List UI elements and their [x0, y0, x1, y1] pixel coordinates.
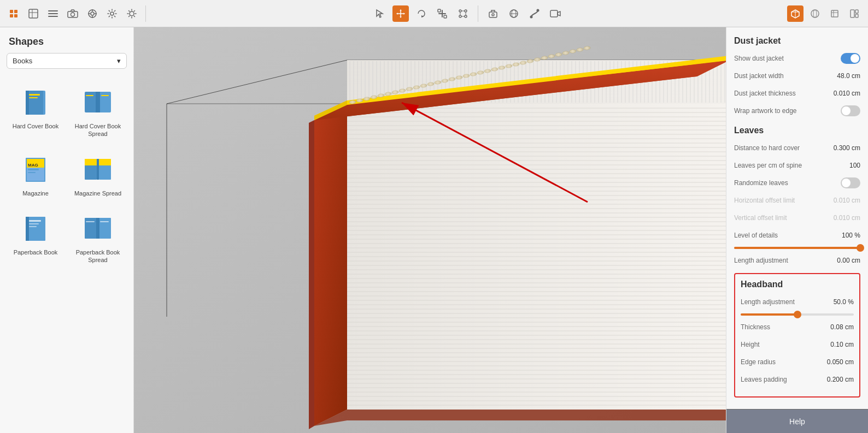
magazine-label: Magazine [22, 189, 49, 197]
shapes-title: Shapes [0, 27, 133, 53]
level-details-value: 100 % [833, 232, 860, 239]
magazine-icon: MAG [18, 151, 53, 186]
rotate-tool[interactable] [413, 5, 430, 22]
distance-cover-label: Distance to hard cover [734, 144, 833, 152]
main-content: Shapes Books ▾ Hard Cover Book [0, 27, 868, 433]
magazine-spread-icon [80, 151, 115, 186]
canvas-svg [134, 27, 726, 433]
svg-line-25 [134, 16, 135, 17]
magazine-item[interactable]: MAG Magazine [7, 147, 64, 201]
headband-length-row: Length adjustment 50.0 % [741, 296, 854, 308]
grid-icon[interactable] [25, 5, 42, 22]
svg-rect-54 [831, 10, 838, 17]
hard-cover-book-spread-label: Hard Cover Book Spread [71, 122, 125, 138]
headband-section: Headband Length adjustment 50.0 % Thickn… [734, 273, 860, 398]
canvas-area[interactable] [134, 27, 726, 433]
svg-rect-32 [438, 9, 441, 12]
svg-point-18 [110, 12, 114, 15]
center-tools [151, 5, 784, 22]
scale-tool[interactable] [434, 5, 450, 22]
insert-tool[interactable] [485, 5, 501, 22]
svg-rect-84 [29, 223, 39, 224]
svg-rect-79 [85, 159, 97, 165]
svg-point-53 [813, 10, 817, 17]
dust-jacket-thickness-row: Dust jacket thickness 0.010 cm [734, 87, 860, 99]
camera-icon[interactable] [64, 5, 81, 22]
svg-point-13 [91, 12, 94, 15]
paint-tool[interactable] [526, 5, 543, 22]
svg-rect-88 [96, 218, 99, 239]
svg-marker-268 [314, 104, 347, 426]
headband-height-label: Height [741, 341, 826, 348]
level-details-slider[interactable] [734, 247, 860, 249]
level-details-row: Level of details 100 % [734, 229, 860, 241]
sun-icon[interactable] [124, 5, 140, 22]
target-icon[interactable] [84, 5, 101, 22]
paperback-book-icon [18, 210, 53, 245]
svg-rect-4 [29, 9, 38, 18]
show-dust-jacket-toggle[interactable] [841, 53, 860, 64]
magazine-spread-item[interactable]: Magazine Spread [69, 147, 127, 201]
svg-rect-74 [28, 172, 36, 173]
svg-rect-73 [28, 169, 39, 170]
dust-jacket-title: Dust jacket [734, 36, 860, 46]
svg-rect-67 [96, 92, 100, 112]
cube-icon[interactable] [787, 5, 804, 22]
headband-leaves-padding-value: 0.200 cm [826, 376, 854, 383]
box2-icon[interactable] [826, 5, 843, 22]
separator-2 [478, 5, 478, 22]
level-details-label: Level of details [734, 232, 833, 239]
headband-thickness-row: Thickness 0.08 cm [741, 321, 854, 333]
svg-line-24 [129, 10, 130, 11]
svg-rect-83 [29, 220, 41, 222]
sphere2-icon[interactable] [807, 5, 823, 22]
books-dropdown[interactable]: Books ▾ [7, 53, 127, 69]
dust-jacket-width-label: Dust jacket width [734, 72, 833, 80]
svg-rect-87 [99, 218, 111, 239]
svg-rect-42 [489, 12, 497, 17]
menu-icon[interactable] [45, 5, 61, 22]
right-tools [787, 5, 863, 22]
svg-rect-59 [855, 14, 858, 17]
cursor-tool[interactable] [372, 5, 388, 22]
wrap-artwork-label: Wrap artwork to edge [734, 107, 841, 115]
paperback-book-spread-item[interactable]: Paperback Book Spread [69, 206, 127, 269]
headband-length-slider[interactable] [741, 313, 854, 316]
help-button[interactable]: Help [726, 409, 868, 433]
length-adj-value: 0.00 cm [833, 257, 860, 264]
svg-rect-1 [14, 10, 17, 13]
svg-point-34 [459, 10, 461, 12]
svg-point-52 [811, 10, 819, 17]
hard-cover-book-spread-item[interactable]: Hard Cover Book Spread [69, 80, 127, 143]
leaves-per-cm-label: Leaves per cm of spine [734, 162, 833, 169]
show-dust-jacket-label: Show dust jacket [734, 55, 841, 62]
paperback-book-item[interactable]: Paperback Book [7, 206, 64, 269]
svg-rect-3 [14, 14, 17, 17]
paperback-book-spread-icon [80, 210, 115, 245]
dust-jacket-width-value: 48.0 cm [833, 72, 860, 80]
shapes-panel: Shapes Books ▾ Hard Cover Book [0, 27, 134, 433]
hard-cover-book-spread-icon [80, 84, 115, 119]
chevron-down-icon: ▾ [117, 57, 121, 65]
svg-rect-31 [442, 10, 443, 17]
svg-rect-69 [101, 95, 109, 96]
dropdown-value: Books [13, 57, 32, 65]
layout-icon[interactable] [846, 5, 863, 22]
gear-icon[interactable] [104, 5, 120, 22]
horizontal-offset-row: Horizontal offset limit 0.010 cm [734, 194, 860, 206]
distance-cover-value: 0.300 cm [833, 144, 860, 152]
headband-height-value: 0.10 cm [826, 341, 854, 348]
wrap-artwork-toggle[interactable] [841, 105, 860, 116]
video-tool[interactable] [547, 5, 564, 22]
hard-cover-book-item[interactable]: Hard Cover Book [7, 80, 64, 143]
move-tool[interactable] [392, 5, 409, 22]
sphere-tool[interactable] [506, 5, 522, 22]
length-adj-label: Length adjustment [734, 257, 833, 264]
magazine-spread-label: Magazine Spread [74, 189, 121, 197]
svg-rect-58 [855, 10, 858, 13]
add-icon[interactable] [5, 5, 22, 22]
headband-leaves-padding-label: Leaves padding [741, 376, 826, 383]
node-tool[interactable] [455, 5, 471, 22]
randomize-leaves-toggle[interactable] [841, 177, 860, 188]
randomize-leaves-row: Randomize leaves [734, 177, 860, 189]
